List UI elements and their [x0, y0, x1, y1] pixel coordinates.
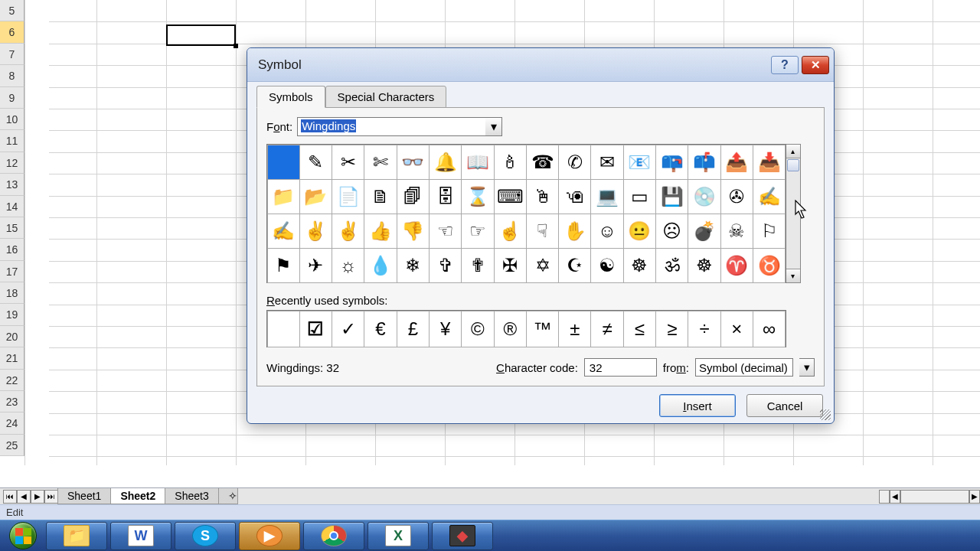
sheet-nav-first[interactable]: ⏮ — [3, 490, 17, 504]
symbol-cell[interactable]: ✍ — [267, 214, 300, 249]
symbol-cell[interactable]: 💣 — [688, 214, 720, 249]
symbol-cell[interactable]: 📂 — [299, 179, 332, 214]
symbol-cell[interactable]: ☹ — [655, 214, 688, 249]
symbol-cell[interactable]: 💧 — [364, 248, 397, 283]
tab-symbols[interactable]: Symbols — [256, 86, 325, 108]
symbol-cell[interactable]: 😐 — [623, 214, 656, 249]
new-sheet-button[interactable]: ✧ — [218, 488, 238, 504]
symbol-cell[interactable]: 👎 — [397, 214, 430, 249]
recent-symbol-cell[interactable]: ≥ — [655, 311, 688, 347]
symbol-cell[interactable]: 🗎 — [364, 179, 397, 214]
recent-symbol-cell[interactable]: ¥ — [429, 311, 462, 347]
symbol-cell[interactable]: ⌛ — [461, 179, 494, 214]
symbol-cell[interactable]: ✌ — [332, 214, 364, 249]
row-header[interactable]: 18 — [0, 282, 24, 304]
symbol-cell[interactable]: ☺ — [590, 214, 623, 249]
taskbar-other[interactable]: ◆ — [432, 522, 493, 550]
row-header[interactable]: 12 — [0, 152, 24, 174]
row-header[interactable]: 15 — [0, 217, 24, 239]
symbol-cell[interactable]: 📧 — [623, 145, 656, 180]
symbol-cell[interactable]: ✡ — [526, 248, 559, 283]
symbol-cell[interactable]: ☝ — [494, 214, 527, 249]
symbol-cell[interactable]: ✞ — [429, 248, 462, 283]
symbol-cell[interactable]: ☼ — [332, 248, 364, 283]
recent-symbol-cell[interactable]: ☑ — [299, 311, 332, 347]
row-header[interactable]: 23 — [0, 391, 24, 412]
symbol-cell[interactable]: 📁 — [267, 179, 300, 214]
taskbar-word[interactable]: W — [110, 522, 172, 550]
row-header[interactable]: 21 — [0, 347, 24, 369]
symbol-cell[interactable]: ✠ — [494, 248, 527, 283]
active-cell[interactable] — [166, 24, 236, 46]
fill-handle[interactable] — [234, 44, 238, 48]
cancel-button[interactable]: Cancel — [746, 394, 823, 417]
symbol-cell[interactable]: ✇ — [720, 179, 753, 214]
symbol-cell[interactable]: 💻 — [590, 179, 623, 214]
symbol-cell[interactable]: ☞ — [461, 214, 494, 249]
from-dropdown-button[interactable]: ▾ — [799, 358, 815, 377]
taskbar-chrome[interactable] — [303, 522, 364, 550]
insert-button[interactable]: Insert — [659, 394, 736, 417]
row-header[interactable]: 24 — [0, 412, 24, 434]
close-button[interactable]: ✕ — [802, 56, 829, 74]
sheet-nav-last[interactable]: ⏭ — [44, 490, 58, 504]
scroll-thumb[interactable] — [787, 159, 799, 171]
recent-symbol-cell[interactable]: © — [461, 311, 494, 347]
tab-special-characters[interactable]: Special Characters — [325, 86, 447, 108]
symbol-cell[interactable]: 🗐 — [397, 179, 430, 214]
symbol-cell[interactable]: ☪ — [558, 248, 591, 283]
character-code-input[interactable] — [584, 358, 657, 377]
symbol-cell[interactable]: ✟ — [461, 248, 494, 283]
recent-symbol-cell[interactable]: ® — [494, 311, 527, 347]
row-header[interactable]: 14 — [0, 196, 24, 217]
hscroll-track[interactable] — [879, 490, 890, 504]
from-select[interactable]: Symbol (decimal) — [695, 358, 793, 377]
recent-symbol-cell[interactable]: × — [720, 311, 753, 347]
recent-symbol-cell[interactable]: ± — [558, 311, 591, 347]
symbol-cell[interactable]: 📤 — [720, 145, 753, 180]
row-header[interactable]: 25 — [0, 435, 24, 456]
row-header[interactable]: 19 — [0, 304, 24, 325]
hscroll-left[interactable]: ◀ — [890, 490, 900, 504]
symbol-cell[interactable]: ✎ — [299, 145, 332, 180]
taskbar-explorer[interactable]: 📁 — [46, 522, 107, 550]
symbol-cell[interactable]: 👓 — [397, 145, 430, 180]
symbol-cell[interactable]: ⌨ — [494, 179, 527, 214]
row-header[interactable]: 11 — [0, 130, 24, 152]
symbol-cell[interactable]: 💾 — [655, 179, 688, 214]
recent-symbol-cell[interactable]: ≤ — [623, 311, 656, 347]
start-button[interactable] — [2, 520, 44, 552]
symbol-cell[interactable]: 💿 — [688, 179, 720, 214]
symbol-cell[interactable]: 📖 — [461, 145, 494, 180]
symbol-cell[interactable]: ☯ — [590, 248, 623, 283]
sheet-nav-prev[interactable]: ◀ — [17, 490, 31, 504]
symbol-cell[interactable]: ✄ — [364, 145, 397, 180]
symbol-cell[interactable]: 🖲 — [558, 179, 591, 214]
sheet-tab-3[interactable]: Sheet3 — [165, 488, 218, 504]
row-header[interactable]: 5 — [0, 0, 24, 21]
sheet-tab-1[interactable]: Sheet1 — [57, 488, 111, 504]
symbol-cell[interactable]: ✆ — [558, 145, 591, 180]
symbol-cell[interactable]: 📪 — [655, 145, 688, 180]
recent-symbol-cell[interactable]: ÷ — [688, 311, 720, 347]
row-header[interactable]: 22 — [0, 370, 24, 391]
symbol-cell[interactable]: ♈ — [720, 248, 753, 283]
recent-symbol-cell[interactable]: £ — [397, 311, 430, 347]
symbol-cell[interactable]: 🕯 — [494, 145, 527, 180]
symbol-cell[interactable]: ♉ — [753, 248, 786, 283]
symbol-cell[interactable]: ⚐ — [753, 214, 786, 249]
symbol-scrollbar[interactable]: ▴ ▾ — [786, 144, 801, 283]
row-header[interactable]: 8 — [0, 65, 24, 86]
recent-symbol-cell[interactable]: € — [364, 311, 397, 347]
titlebar[interactable]: Symbol ? ✕ — [247, 48, 834, 82]
scroll-up-button[interactable]: ▴ — [786, 145, 800, 158]
symbol-cell[interactable]: 👍 — [364, 214, 397, 249]
row-header[interactable]: 13 — [0, 174, 24, 195]
symbol-cell[interactable]: ✋ — [558, 214, 591, 249]
symbol-cell[interactable]: ☎ — [526, 145, 559, 180]
taskbar-excel[interactable]: X — [368, 522, 429, 550]
symbol-cell[interactable]: 🔔 — [429, 145, 462, 180]
row-header[interactable]: 17 — [0, 261, 24, 282]
symbol-cell[interactable]: ✌ — [299, 214, 332, 249]
symbol-cell[interactable]: ▭ — [623, 179, 656, 214]
